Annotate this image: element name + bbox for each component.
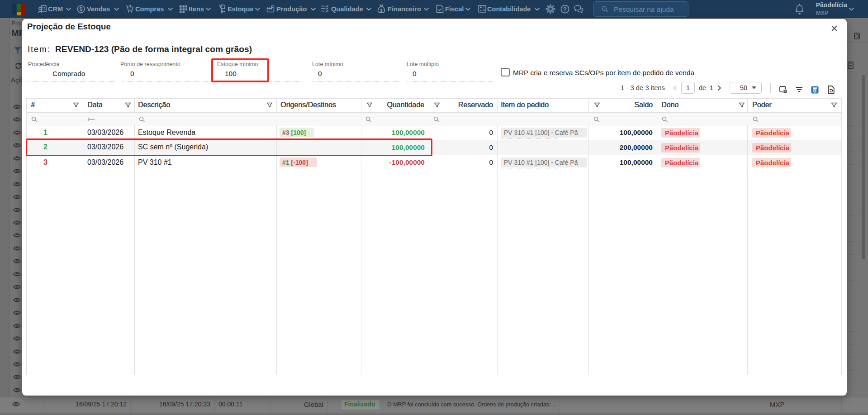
svg-text:?: ?: [563, 6, 567, 13]
svg-text:S: S: [79, 6, 82, 12]
svg-text:$: $: [380, 8, 382, 13]
